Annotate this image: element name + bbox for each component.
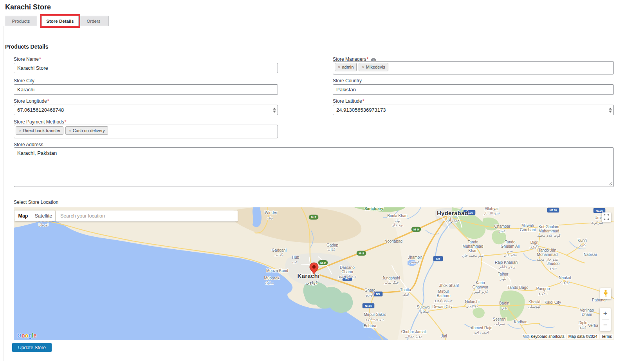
map-place-label: وندر [266, 216, 273, 220]
remove-tag-icon[interactable]: × [19, 128, 21, 133]
map-place-label: Ahmed Rajo [471, 326, 492, 330]
svg-text:N120: N120 [595, 209, 603, 212]
store-payment-methods-field[interactable]: × Direct bank transfer × Cash on deliver… [14, 125, 278, 138]
store-name-label: Store Name* [14, 56, 41, 62]
tab-products[interactable]: Products [5, 16, 37, 26]
map-place-label: Khoski [529, 300, 540, 304]
remove-tag-icon[interactable]: × [362, 65, 364, 69]
map-place-label: Gaddani [272, 248, 287, 252]
road-badge: M-9 [357, 251, 366, 256]
location-map[interactable]: M-7M-9M-9M-9N10N5N5N5N110N120N120N120Orm… [14, 207, 614, 340]
google-logo[interactable]: Google [17, 332, 36, 339]
map-place-label: بنگریو [538, 291, 547, 295]
manager-tag-chip[interactable]: × admin [335, 63, 357, 71]
map-place-label: گولاڑچی [466, 304, 478, 308]
payment-tag-label: Cash on delivery [73, 128, 105, 133]
map-place-label: Badin [499, 301, 509, 305]
map-place-label: نلهار [500, 277, 507, 281]
map-place-label: Mohammad [537, 252, 558, 257]
map-place-label: کڑیو گنھور [472, 289, 488, 294]
map-place-label: تندو [507, 249, 513, 253]
spinner-down-icon[interactable] [609, 111, 612, 112]
map-place-label: Rajo Khanani [495, 260, 518, 265]
map-search-input[interactable] [56, 210, 238, 221]
map-place-label: Ghanwar [473, 285, 489, 289]
svg-text:N110: N110 [365, 304, 372, 308]
map-place-label: Pangrio [536, 287, 550, 291]
fullscreen-button[interactable] [602, 212, 611, 222]
map-place-label: Kadhan [514, 320, 527, 324]
spinner-down-icon[interactable] [273, 111, 276, 112]
store-latitude-input[interactable] [333, 105, 614, 115]
map-place-label: Allahyar [485, 207, 499, 211]
map-type-map-button[interactable]: Map [14, 210, 32, 221]
map-place-label: جمبڑ [498, 229, 506, 233]
required-star: * [65, 119, 67, 125]
map-data-text: Map data ©2024 [567, 334, 599, 339]
number-spinner[interactable] [273, 107, 276, 112]
payment-tag-chip[interactable]: × Direct bank transfer [16, 126, 63, 135]
map-place-label: اورماڑا [38, 223, 49, 227]
svg-text:M-9: M-9 [413, 228, 419, 231]
map-place-label: Mirpur Sakro [364, 312, 386, 317]
zoom-control: + − [600, 308, 611, 331]
map-place-label: گڈانی [274, 252, 283, 257]
content-left-border [4, 26, 4, 361]
map-place-label: کراچی [306, 280, 318, 285]
svg-text:M-9: M-9 [320, 261, 326, 265]
terms-link[interactable]: Terms [600, 334, 613, 339]
store-address-field: Karachi, Pakistan [14, 147, 614, 187]
tab-orders-label: Orders [87, 19, 100, 24]
store-longitude-label: Store Longitude* [14, 98, 49, 104]
map-place-label: تھانہ [394, 219, 400, 223]
map-place-label: غلام علی [503, 253, 517, 257]
svg-text:M-9: M-9 [359, 252, 364, 255]
tab-store-details[interactable]: Store Details [41, 16, 79, 26]
pegman-icon [603, 290, 608, 298]
map-place-label: Buhara [364, 324, 377, 328]
map-place-label: درسانو جھنو [338, 274, 356, 278]
map-place-label: چوہڑ جمالی [405, 334, 422, 338]
location-marker-pin[interactable] [308, 262, 319, 274]
update-store-button[interactable]: Update Store [12, 343, 52, 352]
store-country-input[interactable] [333, 84, 614, 95]
manager-tag-chip[interactable]: × Mikedevis [359, 63, 388, 71]
map-place-label: تندو محمد خان [462, 254, 484, 258]
map-place-label: Jhok Sharif [439, 283, 459, 288]
resize-grip-icon[interactable] [608, 181, 612, 185]
remove-tag-icon[interactable]: × [69, 128, 71, 133]
map-place-label: Kot Ghulam [539, 225, 559, 229]
map-type-satellite-button[interactable]: Satellite [32, 210, 55, 221]
road-badge: M-9 [411, 227, 421, 232]
payment-tag-chip[interactable]: × Cash on delivery [65, 126, 108, 135]
map-place-label: Talhar [498, 272, 509, 276]
map-place-label: Kaloi City [545, 300, 561, 305]
select-store-location-label: Select Store Location [14, 200, 58, 205]
svg-text:N120: N120 [549, 209, 557, 212]
store-longitude-input[interactable] [14, 105, 278, 115]
remove-tag-icon[interactable]: × [338, 65, 340, 69]
store-address-textarea[interactable]: Karachi, Pakistan [14, 147, 614, 187]
spinner-up-icon[interactable] [609, 107, 612, 109]
tab-orders[interactable]: Orders [78, 16, 109, 26]
zoom-in-button[interactable]: + [600, 308, 611, 319]
svg-text:N5: N5 [376, 292, 380, 296]
map-place-label: Verha [588, 323, 599, 328]
manager-tag-label: admin [342, 65, 354, 69]
spinner-up-icon[interactable] [273, 107, 276, 109]
store-name-input[interactable] [14, 63, 278, 73]
map-place-label: Thatta [400, 288, 411, 292]
pegman-button[interactable] [600, 288, 611, 299]
map-place-label: کنری [578, 243, 586, 247]
required-star: * [47, 98, 49, 104]
number-spinner[interactable] [609, 107, 612, 112]
store-city-input[interactable] [14, 84, 278, 95]
zoom-out-button[interactable]: − [600, 320, 611, 331]
road-badge: N110 [363, 303, 374, 308]
map-place-label: Jati [441, 334, 447, 338]
map-place-label: احمد راجو [474, 330, 489, 334]
keyboard-shortcuts-link[interactable]: Keyboard shortcuts [529, 334, 566, 339]
store-managers-field[interactable]: × admin × Mikedevis [333, 61, 614, 74]
google-logo-letter: o [22, 332, 25, 339]
map-winder-bay [253, 207, 262, 227]
